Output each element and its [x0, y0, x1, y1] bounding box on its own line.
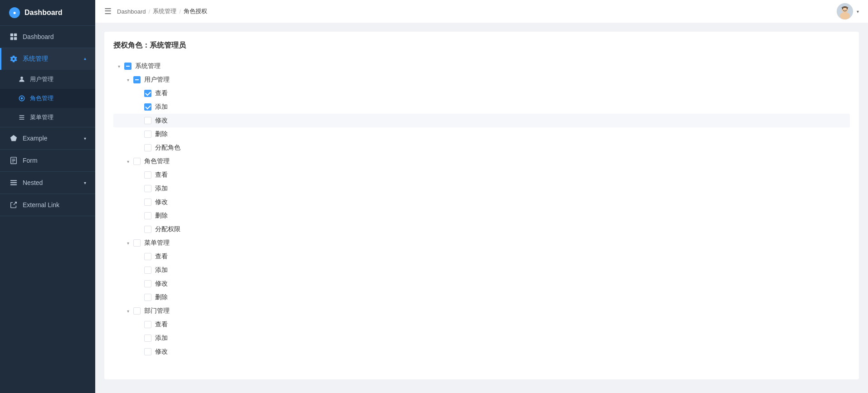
tree-row-user-add: 添加 [113, 100, 850, 114]
user-avatar[interactable] [837, 3, 853, 19]
svg-point-6 [21, 97, 23, 100]
tree-chevron-menu-mgmt[interactable]: ▾ [124, 239, 132, 247]
checkbox-role-edit[interactable] [144, 199, 151, 206]
content-area: 授权角色：系统管理员 ▾ 系统管理 ▾ 用户管理 [95, 23, 868, 393]
tree-row-user-edit: 修改 [113, 114, 850, 127]
topbar-left: ☰ Dashboard / 系统管理 / 角色授权 [104, 6, 207, 16]
checkbox-user-edit[interactable] [144, 117, 151, 124]
svg-rect-13 [12, 160, 15, 161]
tree-chevron-dept-mgmt[interactable]: ▾ [124, 307, 132, 315]
checkbox-dept-view[interactable] [144, 321, 151, 328]
tree-chevron-user-mgmt[interactable]: ▾ [124, 76, 132, 83]
hamburger-icon[interactable]: ☰ [104, 6, 112, 16]
tree-label-role-mgmt: 角色管理 [144, 157, 170, 165]
tree-label-user-view: 查看 [155, 89, 168, 97]
tree-row-role-edit: 修改 [113, 195, 850, 209]
sidebar-item-system-management[interactable]: 系统管理 ▾ [0, 48, 95, 70]
logo-icon: ● [9, 7, 20, 18]
breadcrumb-item-system[interactable]: 系统管理 [153, 7, 176, 15]
checkbox-menu-delete[interactable] [144, 294, 151, 301]
checkbox-menu-edit[interactable] [144, 280, 151, 287]
menu-icon [18, 114, 25, 121]
system-management-label: 系统管理 [23, 55, 84, 63]
breadcrumb-sep-1: / [149, 8, 151, 15]
sidebar-group-system: 系统管理 ▾ 用户管理 角色管理 [0, 48, 95, 127]
tree-row-dept-view: 查看 [113, 318, 850, 331]
svg-rect-2 [10, 37, 13, 40]
page-title: 授权角色：系统管理员 [113, 41, 850, 50]
sidebar-item-dashboard[interactable]: Dashboard [0, 26, 95, 48]
sidebar-item-menu-management[interactable]: 菜单管理 [0, 108, 95, 127]
example-chevron-icon: ▾ [84, 136, 86, 141]
checkbox-dept-add[interactable] [144, 335, 151, 342]
permission-tree: ▾ 系统管理 ▾ 用户管理 查看 添加 [113, 59, 850, 359]
tree-row-user-delete: 删除 [113, 127, 850, 141]
tree-row-menu-add: 添加 [113, 263, 850, 277]
sidebar-item-external-link[interactable]: External Link [0, 194, 95, 216]
dashboard-label: Dashboard [23, 33, 86, 40]
tree-label-system: 系统管理 [135, 62, 161, 70]
tree-label-dept-add: 添加 [155, 334, 168, 342]
svg-rect-7 [19, 115, 24, 116]
tree-label-menu-mgmt: 菜单管理 [144, 239, 170, 247]
svg-marker-10 [10, 135, 17, 141]
checkbox-user-view[interactable] [144, 90, 151, 97]
checkbox-menu-mgmt[interactable] [133, 239, 141, 247]
tree-label-user-edit: 修改 [155, 116, 168, 125]
tree-label-role-delete: 删除 [155, 212, 168, 220]
breadcrumb-item-current: 角色授权 [184, 7, 207, 15]
checkbox-dept-mgmt[interactable] [133, 307, 141, 315]
tree-row-user-view: 查看 [113, 87, 850, 100]
checkbox-dept-edit[interactable] [144, 348, 151, 355]
tree-label-dept-mgmt: 部门管理 [144, 307, 170, 315]
sidebar-item-form[interactable]: Form [0, 150, 95, 171]
sidebar: ● Dashboard Dashboard 系统管理 ▾ [0, 0, 95, 393]
menu-management-label: 菜单管理 [30, 113, 54, 121]
breadcrumb-item-dashboard[interactable]: Dashboard [117, 8, 146, 15]
sidebar-group-dashboard: Dashboard [0, 26, 95, 48]
checkbox-menu-view[interactable] [144, 253, 151, 260]
sidebar-item-example[interactable]: Example ▾ [0, 127, 95, 149]
system-chevron-icon: ▾ [84, 57, 86, 62]
sidebar-item-role-management[interactable]: 角色管理 [0, 89, 95, 108]
checkbox-role-view[interactable] [144, 171, 151, 179]
topbar: ☰ Dashboard / 系统管理 / 角色授权 [95, 0, 868, 23]
tree-row-role-mgmt: ▾ 角色管理 [113, 155, 850, 168]
sidebar-group-nested: Nested ▾ [0, 172, 95, 194]
checkbox-role-assign-perm[interactable] [144, 226, 151, 233]
checkbox-user-add[interactable] [144, 103, 151, 111]
tree-label-dept-edit: 修改 [155, 348, 168, 356]
tree-row-dept-add: 添加 [113, 331, 850, 345]
tree-label-dept-view: 查看 [155, 320, 168, 329]
tree-chevron-role-mgmt[interactable]: ▾ [124, 158, 132, 165]
nested-chevron-icon: ▾ [84, 180, 86, 185]
breadcrumb: Dashboard / 系统管理 / 角色授权 [117, 7, 207, 15]
checkbox-role-delete[interactable] [144, 212, 151, 219]
sidebar-item-nested[interactable]: Nested ▾ [0, 172, 95, 194]
checkbox-menu-add[interactable] [144, 267, 151, 274]
tree-row-menu-edit: 修改 [113, 277, 850, 291]
dashboard-icon [9, 32, 18, 41]
tree-label-user-add: 添加 [155, 103, 168, 111]
main-content: ☰ Dashboard / 系统管理 / 角色授权 [95, 0, 868, 393]
sidebar-group-form: Form [0, 150, 95, 172]
svg-rect-17 [10, 184, 17, 185]
gear-icon [9, 54, 18, 63]
checkbox-role-mgmt[interactable] [133, 158, 141, 165]
checkbox-user-assign-role[interactable] [144, 144, 151, 151]
checkbox-user-delete[interactable] [144, 131, 151, 138]
sidebar-item-user-management[interactable]: 用户管理 [0, 70, 95, 89]
tree-label-user-delete: 删除 [155, 130, 168, 138]
svg-point-21 [842, 8, 844, 10]
example-label: Example [23, 135, 84, 142]
svg-rect-14 [12, 162, 14, 162]
tree-label-menu-edit: 修改 [155, 280, 168, 288]
tree-row-role-add: 添加 [113, 182, 850, 195]
tree-chevron-system[interactable]: ▾ [115, 63, 122, 70]
svg-rect-9 [19, 119, 24, 120]
checkbox-user-mgmt[interactable] [133, 76, 141, 83]
tree-row-user-assign-role: 分配角色 [113, 141, 850, 155]
user-dropdown-arrow-icon[interactable]: ▾ [857, 9, 859, 14]
checkbox-role-add[interactable] [144, 185, 151, 192]
checkbox-system[interactable] [124, 63, 132, 70]
